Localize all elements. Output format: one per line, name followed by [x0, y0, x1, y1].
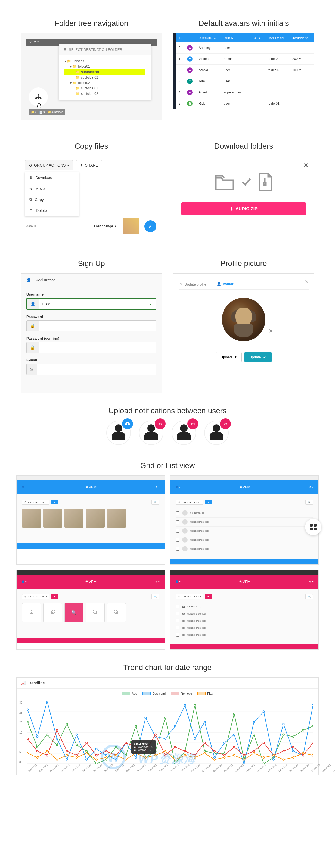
svg-point-70 — [56, 730, 58, 731]
tree-node-folder01[interactable]: ▾ 📁 folder01 — [64, 64, 145, 69]
profile-picture-panel: ✕ ✎Update profile 👤Avatar ✕ Upload ⬆ upd… — [173, 273, 314, 393]
download-folder-panel: ✕ ⬇ AUDIO.ZIP — [173, 156, 314, 238]
th-email[interactable]: E-mail ⇅ — [247, 33, 266, 42]
svg-point-96 — [312, 742, 313, 744]
tree-node-uploads[interactable]: ▾ 📁 uploads — [64, 58, 145, 64]
svg-point-90 — [253, 750, 255, 752]
svg-point-64 — [292, 750, 294, 752]
th-role[interactable]: Role ⇅ — [222, 33, 247, 42]
username-input[interactable] — [39, 299, 146, 309]
table-row[interactable]: 0AAnthonyuser — [176, 42, 314, 54]
tab-update-profile[interactable]: ✎Update profile — [179, 279, 207, 289]
svg-point-94 — [292, 746, 294, 748]
check-circle-icon: ✔ — [263, 355, 266, 359]
avatar-initial: A — [187, 67, 193, 73]
th-folder[interactable]: User's folder — [266, 33, 290, 42]
file-thumbnail[interactable] — [123, 218, 139, 235]
select-check-button[interactable]: ✓ — [144, 220, 156, 232]
avatar-preview — [222, 298, 266, 341]
th-avatar — [185, 33, 196, 42]
table-row[interactable]: 4AAlbertsuperadmin — [176, 87, 314, 98]
svg-point-63 — [282, 723, 284, 725]
chart-line-icon: 📈 — [21, 681, 26, 685]
password-confirm-label: Password (confirm) — [26, 336, 156, 340]
password-input[interactable] — [39, 320, 156, 331]
table-row[interactable]: 2AArnolduserfolder02100 MB — [176, 65, 314, 76]
svg-point-97 — [27, 752, 28, 754]
legend-add[interactable]: Add — [122, 692, 137, 695]
download-zip-button[interactable]: ⬇ AUDIO.ZIP — [182, 203, 306, 215]
svg-point-56 — [214, 756, 215, 758]
email-input[interactable] — [37, 364, 156, 375]
tree-node-folder02[interactable]: ▾ 📁 folder02 — [64, 80, 145, 86]
chart-tooltip: 01/03/2022 ■ Download: 10 ■ Remove: 10 — [131, 740, 156, 754]
tree-node-subfolder02[interactable]: 📁 subfolder02 — [64, 75, 145, 80]
section-title-copy: Copy files — [21, 142, 162, 151]
notification-users-row: ✉ ✉ ✉ — [16, 421, 319, 445]
tree-node-subfolder01b[interactable]: 📁 subfolder01 — [64, 86, 145, 91]
svg-point-22 — [174, 763, 176, 764]
legend-remove[interactable]: Remove — [171, 692, 192, 695]
svg-point-11 — [66, 723, 68, 725]
svg-point-80 — [155, 734, 156, 736]
table-row[interactable]: 3TTomuser — [176, 76, 314, 87]
caret-down-icon: ▾ — [67, 163, 69, 167]
th-id[interactable]: ID — [176, 33, 185, 42]
avatar-initial: R — [187, 101, 193, 106]
svg-point-86 — [214, 750, 215, 752]
close-icon[interactable]: ✕ — [305, 279, 309, 285]
svg-point-27 — [224, 752, 225, 754]
svg-point-106 — [115, 754, 117, 756]
remove-avatar-button[interactable]: ✕ — [269, 328, 273, 334]
svg-point-15 — [106, 759, 107, 761]
svg-point-40 — [56, 738, 58, 740]
move-item[interactable]: ➔Move — [25, 183, 79, 194]
tree-node-subfolder01-selected[interactable]: 📁 subfolder01 — [64, 69, 145, 75]
th-username[interactable]: Username ⇅ — [197, 33, 222, 42]
close-icon[interactable]: ✕ — [303, 162, 309, 169]
legend-download[interactable]: Download — [142, 692, 166, 695]
view-grid-blue: 👤 ▾❀VFM⚙ ▾ ⚙ GROUP ACTIONS ▾✈🔍 — [16, 475, 165, 564]
envelope-icon: ✉ — [27, 364, 37, 375]
legend-play[interactable]: Play — [197, 692, 213, 695]
table-row[interactable]: 1VVincentadminfolder02200 MB — [176, 54, 314, 65]
copy-item[interactable]: ⧉Copy — [25, 194, 79, 205]
table-row[interactable]: 5RRickuserfolder01 — [176, 98, 314, 109]
notif-user-recipient: ✉ — [172, 421, 196, 445]
group-actions-button[interactable]: ⚙ GROUP ACTIONS ▾ — [25, 160, 73, 170]
column-last-change[interactable]: Last change ▲ — [94, 224, 117, 228]
svg-point-52 — [174, 725, 176, 727]
password-confirm-input[interactable] — [39, 342, 156, 353]
view-toggle-button[interactable] — [305, 519, 322, 535]
download-item[interactable]: ⬇Download — [25, 172, 79, 183]
user-icon: 👤 — [217, 282, 221, 286]
svg-point-101 — [66, 754, 68, 756]
svg-point-37 — [27, 709, 28, 710]
update-button[interactable]: update ✔ — [245, 352, 272, 362]
tree-node-subfolder02b[interactable]: 📁 subfolder02 — [64, 91, 145, 96]
svg-point-114 — [194, 756, 196, 758]
svg-point-116 — [214, 759, 215, 761]
column-date[interactable]: date ⇅ — [26, 224, 36, 228]
lock-icon: 🔒 — [27, 320, 39, 331]
svg-point-61 — [263, 711, 264, 712]
svg-point-84 — [194, 754, 196, 756]
registration-panel: 👤+ Registration Username 👤 ✓ Password 🔒 — [21, 273, 162, 393]
svg-point-49 — [145, 717, 146, 719]
svg-point-57 — [224, 742, 225, 744]
chart-title: 📈Trendline — [17, 678, 318, 689]
tab-avatar[interactable]: 👤Avatar — [216, 279, 235, 289]
cloud-upload-icon — [122, 418, 133, 429]
svg-point-103 — [86, 752, 87, 754]
share-button[interactable]: ✈ SHARE — [76, 160, 102, 170]
upload-button[interactable]: Upload ⬆ — [216, 352, 242, 362]
view-list-blue: 👤 ▾❀VFM⚙ ▾ ⚙ GROUP ACTIONS ▾✈🔍 file-name… — [170, 475, 319, 564]
svg-point-17 — [125, 754, 127, 756]
delete-item[interactable]: 🗑Delete — [25, 205, 79, 216]
svg-point-102 — [76, 756, 78, 758]
svg-point-125 — [302, 752, 304, 754]
svg-point-112 — [174, 759, 176, 761]
th-space[interactable]: Available sp — [290, 33, 314, 42]
modal-title: SELECT DESTINATION FOLDER — [69, 48, 122, 52]
svg-point-43 — [86, 759, 87, 761]
